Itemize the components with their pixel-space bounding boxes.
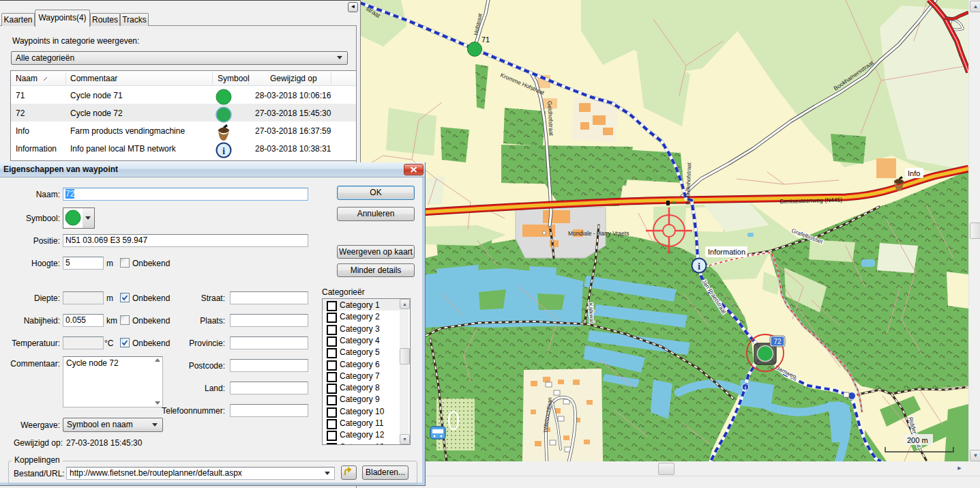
svg-text:71: 71 (481, 35, 490, 44)
svg-text:Information: Information (708, 248, 745, 256)
svg-text:Mondiale - Harry Vraets: Mondiale - Harry Vraets (568, 230, 629, 237)
svg-text:i: i (745, 386, 746, 390)
svg-text:i: i (222, 145, 225, 156)
svg-text:Info: Info (908, 169, 920, 177)
svg-text:200 m: 200 m (907, 436, 928, 444)
svg-text:72: 72 (773, 338, 782, 345)
svg-text:i: i (698, 261, 700, 272)
svg-text:Kalkwal: Kalkwal (587, 302, 595, 323)
